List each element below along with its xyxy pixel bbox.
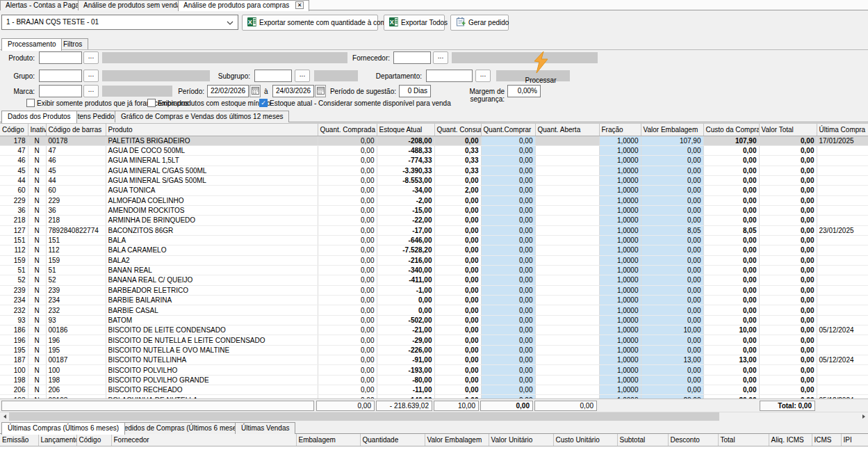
cell[interactable]: [535, 265, 599, 275]
cell[interactable]: N: [28, 375, 46, 385]
cell[interactable]: 1,0000: [599, 216, 641, 225]
cell[interactable]: 0,00: [481, 315, 535, 325]
cell[interactable]: 234: [0, 296, 28, 305]
cell[interactable]: [817, 335, 868, 345]
cell[interactable]: N: [28, 335, 46, 345]
cell[interactable]: 0,00: [703, 195, 759, 205]
cell[interactable]: [817, 255, 868, 265]
cell[interactable]: -502,00: [377, 315, 434, 325]
cell[interactable]: 206: [46, 385, 106, 395]
table-row[interactable]: 198N198BISCOITO POLVILHO GRANDE0,00-80,0…: [0, 375, 868, 385]
cell[interactable]: 2,00: [434, 186, 481, 195]
cell[interactable]: -91,00: [377, 355, 434, 365]
departamento-browse-button[interactable]: ...: [475, 70, 491, 82]
cell[interactable]: [535, 385, 599, 395]
cell[interactable]: N: [28, 175, 46, 185]
cell[interactable]: 0,00: [481, 255, 535, 265]
cell[interactable]: 0,00: [641, 235, 703, 245]
cell[interactable]: 0,00: [318, 305, 377, 315]
cell[interactable]: 0,00: [759, 156, 817, 166]
cell[interactable]: 0,00: [703, 365, 759, 375]
cell[interactable]: BISCOITO DE LEITE CONDENSADO: [106, 325, 318, 335]
table-row[interactable]: 47N47AGUA DE COCO 500ML0,00-488,330,330,…: [0, 145, 868, 155]
cell[interactable]: 0,00: [759, 186, 817, 195]
column-header[interactable]: Produto: [106, 124, 318, 136]
cell[interactable]: 0,00: [759, 315, 817, 325]
cell[interactable]: 0,00: [641, 315, 703, 325]
cell[interactable]: 0,00: [318, 335, 377, 345]
cell[interactable]: 0,00: [641, 365, 703, 375]
cell[interactable]: 0,00: [318, 385, 377, 395]
table-row[interactable]: 195N195BISCOITO NUTELLA E OVO MALTINE0,0…: [0, 345, 868, 355]
table-row[interactable]: 232N232BARBIE CASAL0,000,000,000,001,000…: [0, 305, 868, 315]
cell[interactable]: -21,00: [377, 325, 434, 335]
cell[interactable]: 0,00: [641, 216, 703, 225]
cell[interactable]: N: [28, 195, 46, 205]
column-header[interactable]: Valor Embalagem: [641, 124, 703, 136]
cell[interactable]: N: [28, 245, 46, 255]
cell[interactable]: AMENDOIM ROCKITOS: [106, 205, 318, 215]
column-header[interactable]: Quant.Comprar: [481, 124, 535, 136]
cell[interactable]: N: [28, 355, 46, 365]
cell[interactable]: BALA2: [106, 255, 318, 265]
cell[interactable]: 0,00: [318, 365, 377, 375]
cell[interactable]: BANAN REAL: [106, 265, 318, 275]
cell[interactable]: 195: [0, 345, 28, 355]
cell[interactable]: 00187: [46, 355, 106, 365]
cell[interactable]: 0,00: [434, 175, 481, 185]
cell[interactable]: 0,00: [641, 195, 703, 205]
cell[interactable]: 0,00: [641, 375, 703, 385]
column-header[interactable]: Desconto: [668, 434, 718, 446]
cell[interactable]: 1,0000: [599, 145, 641, 155]
cell[interactable]: 0,00: [318, 136, 377, 145]
cell[interactable]: -488,33: [377, 145, 434, 155]
cell[interactable]: 0,00: [703, 205, 759, 215]
cell[interactable]: 0,00: [434, 285, 481, 295]
column-header[interactable]: Custo Unitário: [553, 434, 617, 446]
cell[interactable]: 0,00: [434, 195, 481, 205]
table-row[interactable]: 234N234BARBIE BAILARINA0,000,000,000,001…: [0, 296, 868, 305]
cell[interactable]: 0,00: [759, 355, 817, 365]
cell[interactable]: N: [28, 315, 46, 325]
subgrupo-browse-button[interactable]: ...: [295, 70, 310, 82]
cell[interactable]: 0,00: [759, 145, 817, 155]
sugestao-input[interactable]: 0 Dias: [399, 85, 431, 97]
cell[interactable]: 195: [46, 345, 106, 355]
cell[interactable]: 0,00: [318, 345, 377, 355]
checkbox-estoque-minimo[interactable]: [147, 99, 156, 107]
cell[interactable]: N: [28, 275, 46, 285]
cell[interactable]: 1,0000: [599, 186, 641, 195]
cell[interactable]: [817, 265, 868, 275]
cell[interactable]: 46: [46, 156, 106, 166]
cell[interactable]: 0,00: [703, 385, 759, 395]
table-row[interactable]: 36N36AMENDOIM ROCKITOS0,00-15,000,000,00…: [0, 205, 868, 215]
cell[interactable]: 0,00: [318, 195, 377, 205]
cell[interactable]: 0,00: [759, 275, 817, 285]
checkbox-estoque-atual-label[interactable]: Estoque atual - Considerar somente dispo…: [270, 99, 451, 108]
table-row[interactable]: 159N159BALA20,00-216,000,000,001,00000,0…: [0, 255, 868, 265]
cell[interactable]: 0,33: [434, 145, 481, 155]
cell[interactable]: 234: [46, 296, 106, 305]
cell[interactable]: [535, 205, 599, 215]
cell[interactable]: 1,0000: [599, 285, 641, 295]
cell[interactable]: [817, 315, 868, 325]
cell[interactable]: 0,00: [318, 245, 377, 255]
cell[interactable]: [817, 375, 868, 385]
cell[interactable]: BISCOITO DE NUTELLA E LEITE CONDENSADO: [106, 335, 318, 345]
scrollbar-thumb[interactable]: [9, 412, 719, 421]
cell[interactable]: 0,00: [703, 216, 759, 225]
cell[interactable]: [535, 195, 599, 205]
table-row[interactable]: 100N100BISCOITO POLVILHO0,00-193,000,000…: [0, 365, 868, 375]
cell[interactable]: 112: [0, 245, 28, 255]
cell[interactable]: 100: [46, 365, 106, 375]
cell[interactable]: 1,0000: [599, 166, 641, 175]
cell[interactable]: 0,00: [434, 275, 481, 285]
cell[interactable]: 0,00: [318, 285, 377, 295]
cell[interactable]: 0,00: [481, 175, 535, 185]
cell[interactable]: N: [28, 205, 46, 215]
window-tab-produtos-sem-vendas[interactable]: Análise de produtos sem vendas: [78, 0, 190, 10]
cell[interactable]: 178: [0, 136, 28, 145]
cell[interactable]: 0,00: [703, 145, 759, 155]
cell[interactable]: -3.390,33: [377, 166, 434, 175]
cell[interactable]: [535, 275, 599, 285]
